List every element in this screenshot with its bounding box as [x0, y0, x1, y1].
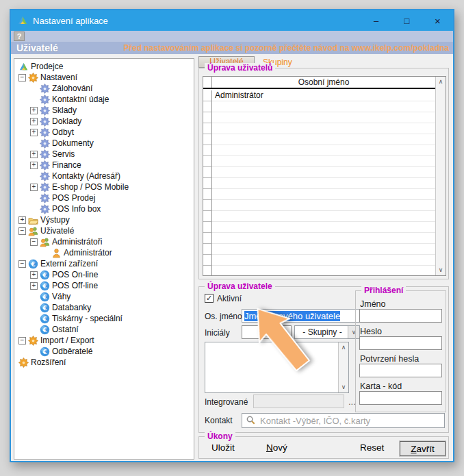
tree-item[interactable]: Prodejce — [14, 61, 194, 72]
tree-item[interactable]: Odběratelé — [14, 346, 194, 357]
tree-item[interactable]: +Odbyt — [14, 127, 194, 138]
table-row[interactable] — [203, 145, 435, 156]
tree-item[interactable]: +POS Off-line — [14, 280, 194, 291]
contact-input[interactable] — [242, 413, 445, 428]
tree-item[interactable]: Váhy — [14, 291, 194, 302]
row-name-cell — [212, 189, 435, 200]
row-name-cell — [212, 167, 435, 178]
tree-item[interactable]: +Výstupy — [14, 214, 194, 225]
tree-item-label: Dokumenty — [52, 138, 94, 148]
initials-input[interactable] — [242, 325, 292, 339]
collapse-icon[interactable]: − — [30, 238, 38, 246]
maximize-button[interactable]: □ — [391, 10, 422, 31]
tree-item[interactable]: +Sklady — [14, 105, 194, 116]
close-dialog-button[interactable]: Zavřít — [400, 441, 446, 456]
close-button[interactable]: × — [422, 10, 453, 31]
tree-item[interactable]: −Uživatelé — [14, 225, 194, 236]
tree-item[interactable]: +E-shop / POS Mobile — [14, 181, 194, 192]
listbox-scrollbar[interactable]: ∧ ∨ — [338, 342, 348, 392]
tree-item[interactable]: Dokumenty — [14, 138, 194, 149]
table-row[interactable] — [203, 134, 435, 145]
reset-button[interactable]: Reset — [360, 442, 384, 453]
tree-item[interactable]: Ostatní — [14, 324, 194, 335]
tree-item[interactable]: +POS On-line — [14, 269, 194, 280]
table-row[interactable] — [203, 255, 435, 266]
expand-icon[interactable]: + — [30, 118, 38, 125]
table-row[interactable] — [203, 101, 435, 112]
table-row[interactable] — [203, 123, 435, 134]
table-row[interactable] — [203, 244, 435, 255]
tree-item-label: POS On-line — [52, 270, 98, 279]
tree-item[interactable]: −Import / Export — [14, 335, 194, 346]
table-scrollbar[interactable]: ∧ ∨ — [435, 77, 446, 275]
gear-blue-icon — [40, 95, 50, 105]
initials-label: Iniciály — [205, 328, 230, 338]
table-row[interactable] — [203, 233, 435, 244]
expand-icon[interactable]: + — [30, 271, 38, 279]
password-input[interactable] — [359, 336, 442, 350]
tree-item[interactable]: Databanky — [14, 302, 194, 313]
expand-icon[interactable]: + — [30, 129, 38, 136]
tree-item-label: Váhy — [52, 292, 70, 301]
tree-indent — [30, 293, 38, 301]
user-icon — [51, 248, 62, 258]
login-name-input[interactable] — [359, 309, 442, 323]
table-row[interactable] — [203, 178, 435, 189]
tree-item[interactable]: POS Prodej — [14, 192, 194, 203]
table-row[interactable] — [203, 189, 435, 200]
users-table[interactable]: Osobní jméno Administrátor ∧ ∨ — [203, 76, 446, 276]
new-button[interactable]: Nový — [266, 442, 287, 453]
table-row[interactable] — [203, 211, 435, 222]
tree-item[interactable]: Rozšíření — [14, 357, 194, 368]
chevron-up-icon[interactable]: ∧ — [339, 342, 348, 353]
chevron-down-icon[interactable]: ∨ — [339, 382, 348, 392]
groups-select[interactable]: - Skupiny - ∨ — [294, 325, 360, 339]
expand-icon[interactable]: + — [30, 162, 38, 169]
tree-item[interactable]: POS Info box — [14, 203, 194, 214]
tree-item[interactable]: −Externí zařízení — [14, 258, 194, 269]
expand-icon[interactable]: + — [30, 282, 38, 290]
tree-item[interactable]: −Administrátoři — [14, 236, 194, 247]
minimize-button[interactable]: – — [361, 10, 391, 31]
expand-icon[interactable]: + — [18, 216, 26, 224]
row-gutter — [203, 156, 212, 167]
table-row[interactable] — [203, 156, 435, 167]
chevron-up-icon[interactable]: ∧ — [436, 77, 446, 87]
chevron-down-icon[interactable]: ∨ — [436, 265, 446, 275]
row-gutter — [203, 222, 212, 233]
tree-item[interactable]: +Doklady — [14, 116, 194, 127]
expand-icon[interactable]: + — [30, 107, 38, 114]
groups-listbox[interactable]: ∧ ∨ — [205, 342, 349, 393]
settings-tree[interactable]: Prodejce−NastaveníZálohováníKontaktní úd… — [14, 58, 194, 460]
tree-item-label: Doklady — [52, 116, 81, 126]
tree-item[interactable]: Kontaktní údaje — [14, 94, 194, 105]
collapse-icon[interactable]: − — [18, 74, 26, 82]
tree-item[interactable]: +Finance — [14, 160, 194, 171]
help-button[interactable]: ? — [14, 32, 25, 41]
table-row[interactable]: Administrátor — [203, 90, 435, 101]
tree-item[interactable]: Administrátor — [14, 247, 194, 258]
name-input[interactable]: Jméno nového uživatele — [242, 309, 360, 323]
table-row[interactable] — [203, 112, 435, 123]
tree-item[interactable]: Tiskárny - speciální — [14, 313, 194, 324]
tree-item[interactable]: Zálohování — [14, 83, 194, 94]
table-row[interactable] — [203, 266, 435, 276]
save-button[interactable]: Uložit — [211, 442, 235, 453]
tree-item[interactable]: Kontakty (Adresář) — [14, 171, 194, 181]
table-row[interactable] — [203, 222, 435, 233]
collapse-icon[interactable]: − — [18, 260, 26, 268]
table-row[interactable] — [203, 167, 435, 178]
tree-item[interactable]: +Servis — [14, 149, 194, 160]
expand-icon[interactable]: + — [30, 151, 38, 158]
collapse-icon[interactable]: − — [18, 227, 26, 235]
active-checkbox[interactable]: ✓ — [205, 294, 214, 303]
tree-item[interactable]: −Nastavení — [14, 72, 194, 83]
confirm-password-input[interactable] — [359, 364, 442, 377]
table-row[interactable] — [203, 200, 435, 211]
title-bar[interactable]: Nastavení aplikace – □ × — [11, 10, 453, 31]
expand-icon[interactable]: + — [30, 184, 38, 191]
section-header: Uživatelé Před nastavováním aplikace si … — [11, 42, 453, 54]
active-label: Aktivní — [217, 294, 242, 303]
card-code-input[interactable] — [359, 391, 442, 405]
collapse-icon[interactable]: − — [18, 337, 26, 345]
